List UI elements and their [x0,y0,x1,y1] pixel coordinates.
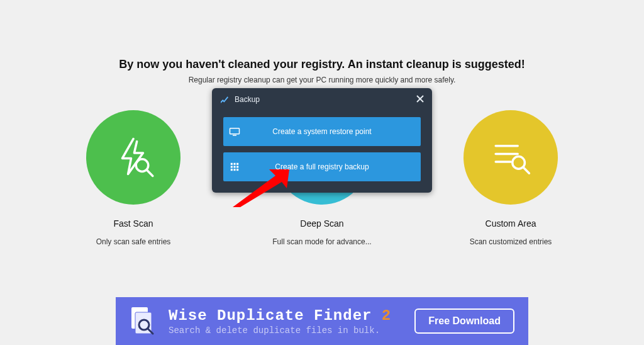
backup-dialog: Backup Create a system restore point [212,88,432,193]
svg-rect-15 [230,128,240,134]
svg-rect-20 [231,166,233,167]
create-full-backup-button[interactable]: Create a full registry backup [223,152,421,181]
svg-line-12 [523,167,529,173]
svg-rect-24 [233,169,235,171]
svg-rect-17 [231,163,233,165]
free-download-button[interactable]: Free Download [414,308,514,334]
ad-subtitle: Search & delete duplicate files in bulk. [169,325,414,336]
custom-area-title: Custom Area [460,218,561,229]
create-restore-point-label: Create a system restore point [246,127,421,136]
fast-scan-title: Fast Scan [83,218,184,229]
brush-icon [219,94,230,105]
ad-title: Wise Duplicate Finder 2 [169,307,414,324]
backup-dialog-header: Backup [212,88,432,111]
monitor-icon [223,127,246,136]
custom-area-option[interactable]: Custom Area Scan customized entries [460,110,561,246]
page-headline: By now you haven't cleaned your registry… [0,58,644,71]
create-full-backup-label: Create a full registry backup [246,162,421,171]
duplicate-files-icon [116,306,169,336]
ad-title-number: 2 [382,307,391,324]
svg-rect-19 [236,163,238,165]
create-restore-point-button[interactable]: Create a system restore point [223,117,421,146]
fast-scan-desc: Only scan safe entries [83,237,184,246]
svg-rect-25 [236,169,238,171]
close-icon [416,95,424,105]
backup-dialog-title: Backup [235,95,260,104]
svg-rect-21 [233,166,235,167]
fast-scan-icon [86,110,180,205]
custom-area-desc: Scan customized entries [460,237,561,246]
page-subtext: Regular registry cleanup can get your PC… [0,76,644,84]
fast-scan-option[interactable]: Fast Scan Only scan safe entries [83,110,184,246]
deep-scan-desc: Full scan mode for advance... [272,237,372,246]
ad-title-text: Wise Duplicate Finder [169,307,382,324]
custom-area-icon [464,110,558,205]
svg-rect-22 [236,166,238,167]
svg-rect-23 [231,169,233,171]
svg-line-1 [147,170,153,176]
svg-rect-18 [233,163,235,165]
deep-scan-title: Deep Scan [272,218,372,229]
ad-banner[interactable]: Wise Duplicate Finder 2 Search & delete … [116,297,528,345]
ad-text: Wise Duplicate Finder 2 Search & delete … [169,307,414,336]
grid-icon [223,162,246,171]
close-button[interactable] [408,88,432,111]
